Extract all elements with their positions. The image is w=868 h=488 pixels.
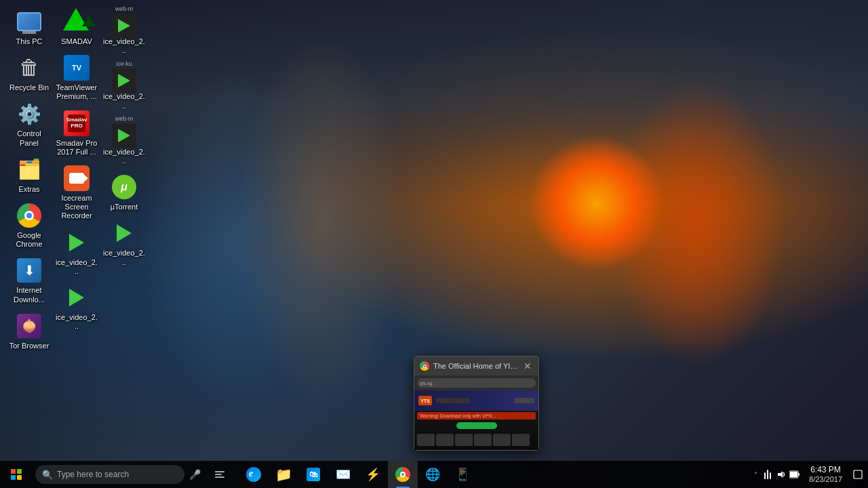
tray-battery-icon[interactable] [789, 461, 801, 488]
webm-2-label: ice_video_2... [103, 92, 145, 110]
google-chrome-icon [16, 202, 43, 229]
popup-content: yts.ag YTS Warning! Download only with V… [414, 375, 538, 450]
tray-volume-icon[interactable] [775, 461, 787, 488]
video-play-icon-2b [63, 284, 90, 311]
chrome-preview-popup: The Official Home of YIF... ✕ yts.ag YTS… [414, 356, 539, 451]
desktop-icon-teamviewer[interactable]: TV TeamViewer Premium, ... [53, 52, 100, 104]
smadav-icon [63, 8, 90, 35]
mail-icon: ✉️ [335, 466, 351, 483]
search-icon: 🔍 [42, 470, 53, 480]
webm-icon-2: ice·ku [111, 63, 138, 90]
tray-clock[interactable]: 6:43 PM 8/23/2017 [804, 461, 848, 488]
taskbar-store[interactable]: 🛍 [298, 461, 328, 488]
popup-page-logo: YTS [418, 396, 432, 405]
desktop-icon-this-pc[interactable]: This PC [5, 5, 53, 49]
tray-icon-group: ˄ [749, 461, 804, 488]
win-sq-4 [17, 475, 22, 480]
windows-logo-icon [11, 469, 22, 480]
webm-icon-1: web·m [111, 8, 138, 35]
action-center-button[interactable] [848, 461, 868, 488]
popup-page-content: YTS Warning! Download only with VPN... [414, 390, 538, 450]
cortana-mic-button[interactable]: 🎤 [184, 461, 205, 488]
tor-browser-icon: 🧅 [16, 312, 43, 340]
video-2b-label: ice_video_2... [56, 313, 98, 331]
desktop-icon-webm-1[interactable]: web·m ice_video_2... [100, 5, 148, 58]
popup-thumb-1 [417, 434, 435, 446]
clock-time: 6:43 PM [810, 465, 841, 474]
popup-download-button[interactable] [456, 422, 497, 429]
svg-rect-2 [770, 472, 771, 479]
taskbar-chrome[interactable] [388, 461, 418, 488]
desktop-icon-video-4[interactable]: ice_video_2... [100, 217, 148, 269]
google-chrome-label: Google Chrome [8, 231, 50, 249]
desktop-icon-webm-2[interactable]: ice·ku ice_video_2... [100, 60, 148, 113]
popup-warning: Warning! Download only with VPN... [417, 412, 536, 420]
this-pc-label: This PC [16, 37, 42, 46]
start-button[interactable] [0, 461, 33, 488]
task-view-icon [215, 471, 224, 478]
taskbar-mail[interactable]: ✉️ [328, 461, 358, 488]
desktop-icon-column-3: web·m ice_video_2... ice·ku ice_video_2.… [95, 0, 153, 275]
desktop-icon-video-2a[interactable]: ice_video_2... [53, 226, 100, 279]
video-2a-label: ice_video_2... [56, 258, 98, 276]
control-panel-icon: ⚙️ [16, 100, 43, 127]
taskbar-pinned-apps: 📁 🛍 ✉️ ⚡ [239, 461, 477, 488]
win-sq-1 [11, 469, 16, 474]
search-placeholder: Type here to search [57, 470, 129, 479]
svg-rect-1 [764, 472, 766, 479]
taskbar-app6[interactable]: ⚡ [358, 461, 388, 488]
desktop-icon-smadav-pro[interactable]: SmadavPRO Smadav Pro 2017 Full ... [53, 107, 100, 159]
webm-1-label: ice_video_2... [103, 37, 145, 55]
app6-icon: ⚡ [365, 466, 381, 483]
svg-rect-5 [798, 473, 800, 476]
smadav-label: SMADAV [61, 37, 92, 46]
search-bar[interactable]: 🔍 Type here to search [35, 465, 184, 484]
desktop-icon-utorrent[interactable]: μ μTorrent [100, 171, 148, 214]
win-sq-2 [17, 469, 22, 474]
recycle-bin-icon: 🗑 [16, 54, 43, 81]
desktop-icon-video-2b[interactable]: ice_video_2... [53, 281, 100, 333]
taskbar-app9[interactable]: 📱 [448, 461, 477, 488]
svg-rect-6 [790, 472, 797, 477]
popup-thumb-4 [474, 434, 492, 446]
tor-browser-label: Tor Browser [9, 342, 50, 350]
popup-close-button[interactable]: ✕ [522, 361, 533, 371]
teamviewer-icon: TV [63, 54, 90, 81]
icecream-recorder-icon [63, 165, 90, 192]
store-icon: 🛍 [305, 466, 321, 483]
desktop-icon-recycle-bin[interactable]: 🗑 Recycle Bin [5, 52, 53, 95]
desktop-icon-google-chrome[interactable]: Google Chrome [5, 199, 53, 251]
desktop-icon-extras[interactable]: 🗂️ Extras [5, 153, 53, 197]
taskbar-edge[interactable] [239, 461, 269, 488]
tray-expand-button[interactable]: ˄ [751, 471, 760, 479]
popup-page-banner: YTS [414, 390, 538, 411]
desktop-icon-smadav[interactable]: SMADAV [53, 5, 100, 49]
desktop-icon-control-panel[interactable]: ⚙️ Control Panel [5, 98, 53, 150]
task-view-button[interactable] [205, 461, 235, 488]
tray-network-icon[interactable] [762, 461, 774, 488]
desktop-icon-tor-browser[interactable]: 🧅 Tor Browser [5, 310, 53, 353]
app8-icon: 🌐 [425, 466, 441, 483]
popup-thumb-3 [455, 434, 473, 446]
desktop-icon-internet-download[interactable]: ⬇ Internet Downlo... [5, 254, 53, 306]
control-panel-label: Control Panel [8, 129, 50, 147]
app9-icon: 📱 [454, 466, 471, 483]
popup-browser-chrome: yts.ag [414, 375, 538, 390]
smadav-pro-icon: SmadavPRO [63, 110, 90, 137]
extras-label: Extras [18, 185, 39, 194]
popup-thumbnails [414, 432, 538, 448]
popup-address-bar: yts.ag [417, 378, 536, 388]
recycle-bin-label: Recycle Bin [9, 83, 49, 92]
webm-3-label: ice_video_2... [103, 148, 145, 165]
icecream-recorder-label: Icecream Screen Recorder [56, 194, 98, 221]
smadav-pro-label: Smadav Pro 2017 Full ... [56, 139, 98, 157]
popup-header: The Official Home of YIF... ✕ [414, 357, 538, 375]
video-play-icon-4 [111, 220, 138, 247]
utorrent-label: μTorrent [111, 203, 138, 211]
desktop-icon-webm-3[interactable]: web·m ice_video_2... [100, 116, 148, 168]
clock-date: 8/23/2017 [809, 475, 842, 484]
taskbar-app8[interactable]: 🌐 [418, 461, 448, 488]
internet-download-label: Internet Downlo... [8, 286, 50, 304]
taskbar-file-explorer[interactable]: 📁 [269, 461, 298, 488]
desktop-icon-icecream-recorder[interactable]: Icecream Screen Recorder [53, 162, 100, 224]
